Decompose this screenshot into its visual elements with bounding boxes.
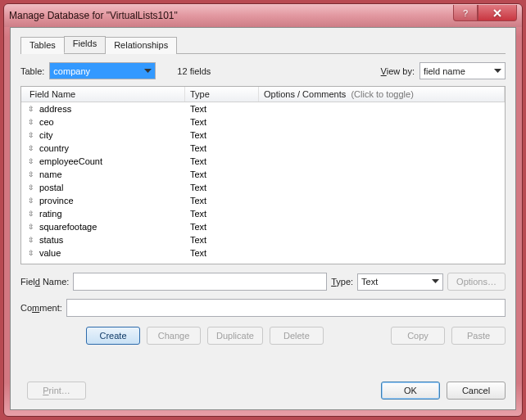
grid-body: ⇳addressText⇳ceoText⇳cityText⇳countryTex… (21, 102, 505, 260)
tab-relationships[interactable]: Relationships (105, 37, 177, 54)
dialog-window: Manage Database for "VirtualLists101" ? … (3, 3, 523, 417)
table-row[interactable]: ⇳statusText (21, 233, 505, 246)
drag-handle-icon[interactable]: ⇳ (28, 249, 34, 257)
cell-type: Text (185, 248, 259, 258)
comment-label: Comment: (20, 303, 62, 313)
table-row[interactable]: ⇳countryText (21, 142, 505, 155)
field-name-text: country (39, 143, 69, 153)
field-name-text: province (39, 196, 74, 205)
drag-handle-icon[interactable]: ⇳ (28, 105, 34, 113)
drag-handle-icon[interactable]: ⇳ (28, 118, 34, 126)
cell-type: Text (185, 104, 259, 114)
table-row[interactable]: ⇳employeeCountText (21, 155, 505, 168)
create-button[interactable]: Create (86, 327, 140, 345)
cell-field-name: ⇳postal (21, 183, 185, 192)
table-select[interactable]: company (49, 62, 156, 79)
cell-field-name: ⇳rating (21, 209, 185, 219)
table-row[interactable]: ⇳nameText (21, 168, 505, 181)
fieldname-input[interactable] (73, 273, 327, 291)
cell-type: Text (185, 117, 259, 127)
options-button-label: Options… (456, 277, 497, 287)
table-row[interactable]: ⇳squarefootageText (21, 220, 505, 233)
button-label: Paste (467, 331, 490, 341)
fieldname-label: Field Name: (20, 277, 69, 287)
button-label: Create (99, 331, 126, 341)
tab-tables[interactable]: Tables (20, 37, 65, 54)
cell-type: Text (185, 156, 259, 166)
drag-handle-icon[interactable]: ⇳ (28, 196, 34, 205)
titlebar[interactable]: Manage Database for "VirtualLists101" ? (4, 4, 522, 27)
cell-field-name: ⇳province (21, 196, 185, 205)
tab-label: Relationships (114, 40, 168, 50)
options-button[interactable]: Options… (447, 273, 506, 291)
table-row[interactable]: ⇳ceoText (21, 115, 505, 129)
help-button[interactable]: ? (453, 5, 478, 21)
cell-type: Text (185, 130, 259, 140)
delete-button[interactable]: Delete (270, 327, 324, 345)
drag-handle-icon[interactable]: ⇳ (28, 183, 34, 192)
duplicate-button[interactable]: Duplicate (207, 327, 263, 345)
field-name-text: city (39, 130, 53, 140)
cell-type: Text (185, 169, 259, 179)
drag-handle-icon[interactable]: ⇳ (28, 170, 34, 178)
field-name-text: employeeCount (39, 156, 102, 166)
viewby-select-value: field name (424, 66, 465, 76)
comment-input[interactable] (66, 299, 506, 317)
col-type[interactable]: Type (185, 87, 259, 102)
field-name-text: value (39, 248, 61, 258)
cell-field-name: ⇳status (21, 235, 185, 245)
table-toolbar: Table: company 12 fields View by: field … (20, 62, 506, 79)
client-area: Tables Fields Relationships Table: compa… (10, 27, 516, 410)
chevron-down-icon (432, 279, 439, 284)
col-field-name[interactable]: Field Name (21, 87, 185, 102)
table-row[interactable]: ⇳addressText (21, 102, 505, 115)
field-name-row: Field Name: Type: Text Options… (20, 273, 506, 291)
cell-field-name: ⇳value (21, 248, 185, 258)
cell-field-name: ⇳name (21, 169, 185, 179)
table-row[interactable]: ⇳postalText (21, 181, 505, 194)
button-label: Cancel (462, 386, 490, 395)
cell-field-name: ⇳country (21, 143, 185, 153)
table-row[interactable]: ⇳valueText (21, 246, 505, 260)
drag-handle-icon[interactable]: ⇳ (28, 157, 34, 165)
toggle-hint: (Click to toggle) (351, 89, 413, 99)
print-button[interactable]: Print… (27, 382, 86, 400)
ok-button[interactable]: OK (381, 382, 440, 400)
drag-handle-icon[interactable]: ⇳ (28, 223, 34, 231)
tabs: Tables Fields Relationships (20, 36, 506, 54)
cell-type: Text (185, 183, 259, 192)
cell-field-name: ⇳city (21, 130, 185, 140)
table-label: Table: (20, 66, 44, 76)
cancel-button[interactable]: Cancel (447, 382, 506, 400)
field-name-text: postal (39, 183, 63, 192)
table-row[interactable]: ⇳provinceText (21, 194, 505, 207)
button-label: Duplicate (216, 331, 254, 341)
field-name-text: status (39, 235, 63, 245)
close-button[interactable] (478, 5, 517, 21)
table-row[interactable]: ⇳cityText (21, 129, 505, 142)
field-name-text: name (39, 169, 62, 179)
drag-handle-icon[interactable]: ⇳ (28, 210, 34, 218)
fields-grid[interactable]: Field Name Type Options / Comments (Clic… (20, 86, 506, 264)
cell-type: Text (185, 196, 259, 205)
window-controls: ? (453, 5, 517, 21)
type-select[interactable]: Text (357, 273, 443, 291)
action-buttons: Create Change Duplicate Delete Copy Past… (20, 327, 506, 345)
col-options[interactable]: Options / Comments (Click to toggle) (259, 87, 505, 102)
tab-fields[interactable]: Fields (64, 36, 106, 53)
grid-header[interactable]: Field Name Type Options / Comments (Clic… (21, 87, 505, 102)
change-button[interactable]: Change (147, 327, 201, 345)
drag-handle-icon[interactable]: ⇳ (28, 131, 34, 139)
field-name-text: rating (39, 209, 62, 219)
viewby-select[interactable]: field name (419, 62, 506, 79)
drag-handle-icon[interactable]: ⇳ (28, 236, 34, 244)
field-name-text: ceo (39, 117, 54, 127)
copy-button[interactable]: Copy (391, 327, 445, 345)
button-label: Print… (43, 386, 70, 395)
drag-handle-icon[interactable]: ⇳ (28, 144, 34, 152)
cell-field-name: ⇳squarefootage (21, 222, 185, 232)
paste-button[interactable]: Paste (451, 327, 506, 345)
table-row[interactable]: ⇳ratingText (21, 207, 505, 220)
field-count: 12 fields (177, 66, 211, 76)
viewby-label: View by: (381, 66, 415, 76)
